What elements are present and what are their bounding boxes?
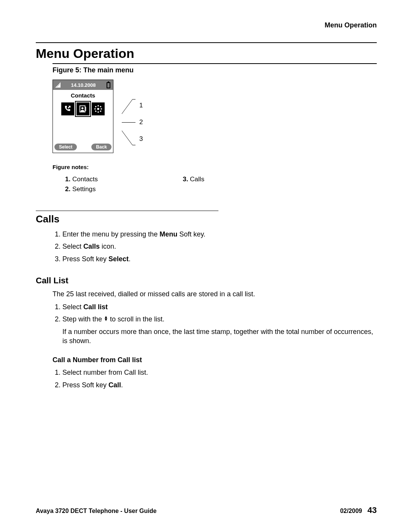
callout-2: 2 (139, 118, 143, 126)
call-list-steps: Select Call list Step with the ▲▼ to scr… (62, 302, 377, 348)
svg-rect-10 (98, 111, 99, 113)
contacts-icon (76, 102, 89, 115)
calls-step-3: Press Soft key Select. (62, 254, 377, 267)
menu-icons (53, 102, 113, 119)
page-title: Menu Operation (36, 46, 377, 61)
svg-rect-9 (98, 105, 99, 107)
call-list-step-1: Select Call list (62, 302, 377, 315)
phone-screen-title: Contacts (53, 90, 113, 102)
signal-icon (55, 82, 61, 88)
svg-line-17 (122, 99, 132, 114)
callout-3: 3 (139, 135, 143, 143)
svg-rect-4 (108, 81, 109, 83)
figure-notes-label: Figure notes: (53, 164, 377, 170)
svg-rect-13 (95, 106, 97, 108)
svg-rect-16 (95, 110, 97, 112)
running-head: Menu Operation (36, 21, 377, 29)
section-calls-heading: Calls (36, 213, 377, 225)
nav-updown-icon: ▲▼ (104, 316, 108, 321)
figure-notes: Contacts Settings Calls (64, 176, 377, 195)
footer-page-number: 43 (368, 505, 377, 515)
softkey-select: Select (54, 144, 77, 150)
page-footer: Avaya 3720 DECT Telephone - User Guide 0… (36, 505, 377, 515)
calls-step-2: Select Calls icon. (62, 242, 377, 254)
figure-note-3: Calls (190, 176, 204, 185)
figure-rule (53, 63, 377, 64)
figure-caption: Figure 5: The main menu (53, 66, 377, 74)
svg-rect-11 (94, 109, 96, 110)
calls-icon (61, 102, 74, 115)
svg-line-19 (122, 131, 132, 145)
call-list-step-2: Step with the ▲▼ to scroll in the list. … (62, 315, 377, 348)
softkey-back: Back (91, 144, 112, 150)
svg-rect-12 (100, 109, 102, 110)
calls-step-1: Enter the menu by pressing the Menu Soft… (62, 230, 377, 242)
phone-date: 14.10.2008 (71, 82, 96, 88)
call-number-heading: Call a Number from Call list (53, 356, 377, 364)
settings-icon (92, 102, 105, 115)
section-rule (36, 211, 218, 211)
svg-point-6 (81, 107, 84, 109)
call-list-intro: The 25 last received, dialled or missed … (53, 289, 377, 299)
figure-callouts: 1 2 3 (122, 80, 143, 147)
footer-title: Avaya 3720 DECT Telephone - User Guide (36, 508, 156, 514)
footer-date: 02/2009 (340, 508, 362, 514)
svg-point-8 (97, 108, 99, 110)
svg-rect-3 (107, 83, 110, 88)
call-number-steps: Select number from Call list. Press Soft… (62, 368, 377, 393)
battery-icon (106, 81, 111, 88)
svg-rect-14 (100, 110, 102, 112)
svg-rect-15 (100, 106, 102, 108)
phone-screen: 14.10.2008 Contacts (53, 80, 113, 153)
figure-note-1: Contacts (72, 176, 98, 185)
call-list-heading: Call List (36, 276, 377, 286)
callout-1: 1 (139, 102, 143, 109)
call-number-step-1: Select number from Call list. (62, 368, 377, 380)
figure-note-2: Settings (72, 185, 98, 195)
top-rule (36, 42, 377, 43)
call-number-step-2: Press Soft key Call. (62, 380, 377, 393)
calls-steps: Enter the menu by pressing the Menu Soft… (62, 230, 377, 267)
call-list-step-2-note: If a number occurs more than once, the l… (62, 324, 377, 346)
